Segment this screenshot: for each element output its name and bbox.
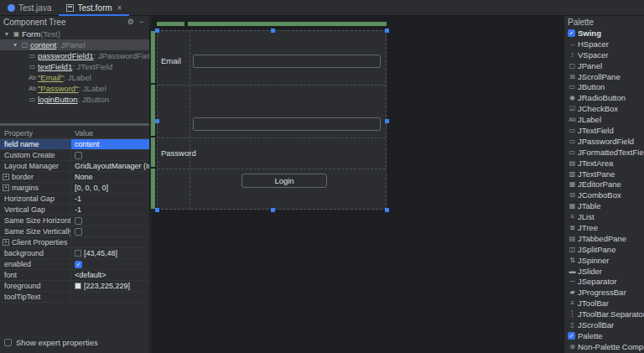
tree-item-textfield1[interactable]: ▭ textField1 : JTextField	[0, 61, 149, 72]
tree-item-email-label[interactable]: Ab "Email" : JLabel	[0, 72, 149, 83]
palette-item-jpanel[interactable]: ▢JPanel	[564, 60, 644, 71]
palette-item-jtextarea[interactable]: ▤JTextArea	[564, 158, 644, 169]
checkbox[interactable]	[4, 339, 12, 346]
property-row-tooltiptext[interactable]: toolTipText	[0, 292, 149, 303]
palette-group-swing[interactable]: ✓Swing	[564, 28, 644, 39]
property-row-same-size-vertically[interactable]: Same Size Vertically	[0, 226, 149, 237]
palette-item-jsplitpane[interactable]: ◫JSplitPane	[564, 244, 644, 255]
designer-login-button[interactable]: Login	[242, 174, 327, 188]
designer-password-label[interactable]: Password	[161, 148, 196, 158]
palette-item-jlist[interactable]: ≡JList	[564, 211, 644, 222]
palette-item-jseparator[interactable]: ─JSeparator	[564, 276, 644, 287]
chevron-down-icon[interactable]: ▾	[11, 41, 19, 49]
palette-item-jbutton[interactable]: ▭JButton	[564, 81, 644, 92]
property-row-client-properties[interactable]: +Client Properties	[0, 237, 149, 248]
color-swatch[interactable]	[75, 283, 81, 289]
color-swatch[interactable]	[75, 250, 81, 257]
property-value[interactable]: -1	[75, 205, 81, 214]
checkbox[interactable]: ✓	[75, 261, 82, 268]
tab-test-java[interactable]: Test.java	[0, 0, 59, 15]
palette-item-hspacer[interactable]: ↔HSpacer	[564, 39, 644, 49]
palette-item-jradiobutton[interactable]: ◉JRadioButton	[564, 92, 644, 103]
property-row-same-size-horizontally[interactable]: Same Size Horizontally	[0, 215, 149, 226]
column-header[interactable]	[157, 22, 184, 26]
chevron-down-icon[interactable]: ▾	[3, 30, 11, 38]
designer-password-field[interactable]	[193, 117, 381, 131]
palette-item-vspacer[interactable]: ↕VSpacer	[564, 49, 644, 60]
property-value[interactable]: <default>	[75, 271, 106, 279]
palette-item-jtable[interactable]: ▦JTable	[564, 200, 644, 211]
checkbox[interactable]	[75, 152, 82, 159]
row-header[interactable]	[151, 138, 155, 167]
row-header[interactable]	[151, 85, 155, 136]
property-value[interactable]: -1	[75, 195, 81, 203]
form-designer-canvas[interactable]: Email Password Login	[151, 16, 564, 353]
checkbox[interactable]: ✓	[568, 332, 575, 340]
palette-item-jscrollpane[interactable]: ⊞JScrollPane	[564, 71, 644, 82]
selection-handle[interactable]	[271, 208, 275, 212]
property-value[interactable]: [223,225,229]	[84, 282, 130, 290]
expand-icon[interactable]: +	[3, 184, 9, 191]
property-row-vertical-gap[interactable]: Vertical Gap -1	[0, 205, 149, 215]
tab-test-form[interactable]: Test.form ×	[59, 0, 129, 15]
palette-item-jcombobox[interactable]: ⊟JComboBox	[564, 189, 644, 200]
column-header[interactable]	[188, 22, 387, 26]
tree-item-password-label[interactable]: Ab "Password" : JLabel	[0, 83, 149, 94]
tree-item-loginbutton[interactable]: ▭ loginButton : JButton	[0, 94, 149, 105]
property-value[interactable]: [0, 0, 0, 0]	[75, 184, 108, 192]
show-expert-properties[interactable]: Show expert properties	[4, 338, 98, 347]
palette-item-jtabbedpane[interactable]: ▤JTabbedPane	[564, 233, 644, 244]
palette-item-jtoolbar-separator[interactable]: ┆JToolBar.Separator	[564, 309, 644, 319]
palette-item-palette[interactable]: ✓Palette	[564, 330, 644, 341]
property-value[interactable]: None	[75, 173, 93, 181]
palette-item-jtextpane[interactable]: ▥JTextPane	[564, 169, 644, 179]
palette-item-jprogressbar[interactable]: ▰JProgressBar	[564, 287, 644, 298]
designer-email-label[interactable]: Email	[161, 56, 181, 66]
expand-icon[interactable]: +	[3, 174, 9, 180]
expand-icon[interactable]: +	[3, 239, 9, 246]
palette-item-jpasswordfield[interactable]: ▭JPasswordField	[564, 136, 644, 147]
property-row-font[interactable]: font <default>	[0, 270, 149, 281]
tree-item-content[interactable]: ▾ ▢ content : JPanel	[0, 39, 149, 50]
selection-handle[interactable]	[385, 208, 389, 212]
selection-handle[interactable]	[385, 29, 389, 33]
property-row-border[interactable]: +border None	[0, 172, 149, 183]
selection-handle[interactable]	[155, 208, 159, 212]
property-row-enabled[interactable]: enabled ✓	[0, 259, 149, 270]
property-value[interactable]: content	[75, 140, 100, 148]
palette-item-jcheckbox[interactable]: ☑JCheckBox	[564, 103, 644, 114]
palette-item-jformattedtextfield[interactable]: ▭JFormattedTextField	[564, 147, 644, 158]
selection-handle[interactable]	[155, 119, 159, 123]
property-row-layout-manager[interactable]: Layout Manager GridLayoutManager (In...	[0, 161, 149, 172]
designer-content-panel[interactable]: Email Password Login	[157, 30, 387, 210]
property-value[interactable]: [43,45,48]	[84, 249, 117, 257]
minimize-icon[interactable]: −	[137, 18, 146, 26]
selection-handle[interactable]	[271, 29, 275, 33]
row-header[interactable]	[151, 169, 155, 209]
property-row-custom-create[interactable]: Custom Create	[0, 150, 149, 161]
close-icon[interactable]: ×	[117, 3, 122, 13]
palette-item-jeditorpane[interactable]: ▦JEditorPane	[564, 179, 644, 189]
selection-handle[interactable]	[385, 119, 389, 123]
palette-item-jtoolbar[interactable]: ≡JToolBar	[564, 298, 644, 309]
palette-item-jtree[interactable]: ≣JTree	[564, 222, 644, 233]
property-row-horizontal-gap[interactable]: Horizontal Gap -1	[0, 194, 149, 205]
property-row-background[interactable]: background [43,45,48]	[0, 248, 149, 259]
property-value[interactable]: GridLayoutManager (In...	[75, 162, 149, 170]
gear-icon[interactable]: ⚙	[125, 18, 137, 26]
palette-item-jlabel[interactable]: AbJLabel	[564, 114, 644, 125]
tree-item-passwordfield1[interactable]: ▭ passwordField1 : JPasswordField	[0, 50, 149, 61]
checkbox[interactable]	[75, 228, 82, 236]
selection-handle[interactable]	[155, 29, 159, 33]
checkbox[interactable]	[75, 217, 82, 225]
palette-item-jslider[interactable]: ▬JSlider	[564, 266, 644, 277]
tree-item-form[interactable]: ▾ ▣ Form (Test)	[0, 29, 149, 39]
palette-item-non-palette-component[interactable]: ⊕Non-Palette Component	[564, 341, 644, 352]
property-row-field-name[interactable]: field name content	[0, 139, 149, 150]
property-row-margins[interactable]: +margins [0, 0, 0, 0]	[0, 183, 149, 194]
row-header[interactable]	[151, 31, 155, 83]
designer-text-field[interactable]	[193, 55, 381, 68]
palette-item-jscrollbar[interactable]: ▯JScrollBar	[564, 319, 644, 330]
palette-item-jtextfield[interactable]: ▭JTextField	[564, 125, 644, 136]
panel-splitter[interactable]	[0, 123, 149, 126]
